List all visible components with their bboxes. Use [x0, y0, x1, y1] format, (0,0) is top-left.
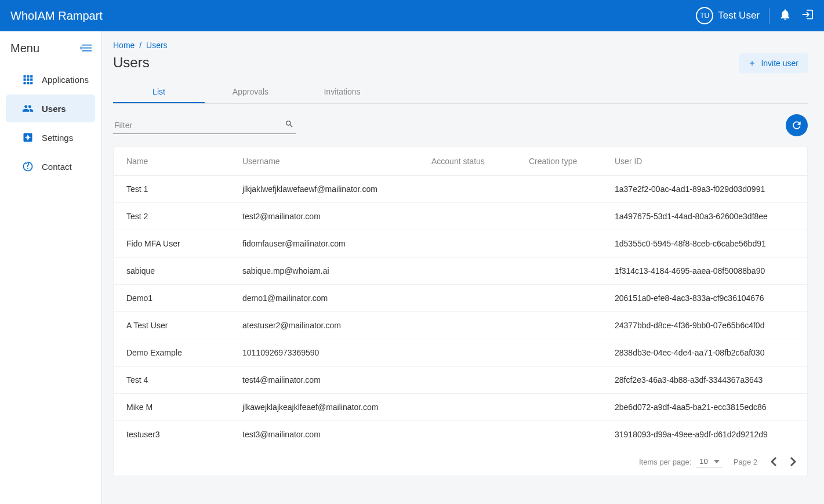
sidebar-item-label: Applications: [42, 75, 89, 85]
svg-rect-17: [30, 137, 31, 138]
tab-list[interactable]: List: [113, 81, 205, 103]
table-row[interactable]: sabiquesabique.mp@whoiam.ai1f314c13-4184…: [114, 258, 807, 285]
cell-username: test3@mailinator.com: [230, 421, 419, 448]
cell-user-id: 24377bbd-d8ce-4f36-9bb0-07e65b6c4f0d: [602, 312, 807, 339]
table-row[interactable]: A Test Useratestuser2@mailinator.com2437…: [114, 312, 807, 339]
cell-username: jlkjaklwefjklawefaewf@mailinator.com: [230, 176, 419, 203]
cell-user-id: 2be6d072-a9df-4aa5-ba21-ecc3815edc86: [602, 394, 807, 421]
tab-invitations[interactable]: Invitations: [296, 81, 388, 103]
breadcrumb-home[interactable]: Home: [113, 41, 135, 50]
page-prev-button[interactable]: [769, 457, 778, 466]
chevron-right-icon: [790, 457, 796, 466]
svg-rect-3: [24, 75, 26, 78]
breadcrumb-current[interactable]: Users: [146, 41, 168, 50]
svg-rect-0: [82, 45, 92, 46]
page-title: Users: [113, 55, 150, 71]
tabs: List Approvals Invitations: [113, 81, 808, 104]
cell-account-status: [419, 367, 516, 394]
cell-account-status: [419, 339, 516, 367]
svg-rect-16: [25, 137, 26, 138]
cell-user-id: 2838db3e-04ec-4de4-aa71-08fb2c6af030: [602, 339, 807, 367]
cell-account-status: [419, 421, 516, 448]
col-user-id[interactable]: User ID: [602, 147, 807, 176]
svg-rect-10: [27, 82, 29, 84]
cell-user-id: 1a37e2f2-00ac-4ad1-89a3-f029d03d0991: [602, 176, 807, 203]
items-per-page-label: Items per page:: [639, 458, 691, 466]
avatar: TU: [696, 7, 713, 24]
sidebar-item-label: Users: [42, 104, 66, 114]
col-creation-type[interactable]: Creation type: [516, 147, 602, 176]
users-icon: [22, 103, 34, 114]
table-row[interactable]: Fido MFA Userfidomfauser@mailinator.com1…: [114, 230, 807, 258]
sidebar-item-applications[interactable]: Applications: [6, 66, 95, 93]
col-username[interactable]: Username: [230, 147, 419, 176]
cell-username: test2@mailinator.com: [230, 203, 419, 230]
settings-icon: [22, 132, 34, 143]
invite-user-label: Invite user: [761, 59, 798, 68]
app-header: WhoIAM Rampart TU Test User: [0, 0, 824, 31]
invite-user-button[interactable]: Invite user: [739, 53, 808, 73]
cell-creation-type: [516, 258, 602, 285]
users-table: Name Username Account status Creation ty…: [113, 147, 808, 476]
table-row[interactable]: Test 4test4@mailinator.com28fcf2e3-46a3-…: [114, 367, 807, 394]
cell-user-id: 28fcf2e3-46a3-4b88-a3df-3344367a3643: [602, 367, 807, 394]
app-title: WhoIAM Rampart: [10, 9, 103, 23]
cell-account-status: [419, 203, 516, 230]
svg-rect-11: [30, 82, 32, 84]
cell-user-id: 31918093-d99a-49ee-a9df-d61d2d9212d9: [602, 421, 807, 448]
table-row[interactable]: Test 1jlkjaklwefjklawefaewf@mailinator.c…: [114, 176, 807, 203]
sidebar-item-contact[interactable]: Contact: [6, 153, 95, 180]
main-content: Home / Users Users Invite user List Appr…: [101, 31, 824, 504]
cell-username: jlkawejklajkeajklfeaef@mailinator.com: [230, 394, 419, 421]
cell-creation-type: [516, 285, 602, 312]
table-row[interactable]: Demo1demo1@mailinator.com206151a0-efe8-4…: [114, 285, 807, 312]
cell-creation-type: [516, 421, 602, 448]
cell-username: atestuser2@mailinator.com: [230, 312, 419, 339]
user-menu[interactable]: TU Test User: [696, 7, 760, 24]
filter-input-wrap: [113, 117, 296, 134]
col-account-status[interactable]: Account status: [419, 147, 516, 176]
breadcrumb-separator: /: [139, 41, 141, 50]
cell-name: Fido MFA User: [114, 230, 230, 258]
sidebar-item-users[interactable]: Users: [6, 95, 95, 122]
cell-name: Test 1: [114, 176, 230, 203]
table-row[interactable]: Test 2test2@mailinator.com1a497675-53d1-…: [114, 203, 807, 230]
page-size-select[interactable]: 10: [696, 456, 721, 467]
cell-name: testuser3: [114, 421, 230, 448]
cell-user-id: 1a497675-53d1-44ad-80a3-62600e3df8ee: [602, 203, 807, 230]
cell-name: A Test User: [114, 312, 230, 339]
cell-username: sabique.mp@whoiam.ai: [230, 258, 419, 285]
cell-name: Demo1: [114, 285, 230, 312]
cell-creation-type: [516, 203, 602, 230]
table-row[interactable]: testuser3test3@mailinator.com31918093-d9…: [114, 421, 807, 448]
refresh-button[interactable]: [786, 114, 808, 136]
sidebar-collapse-icon[interactable]: [80, 44, 92, 53]
table-row[interactable]: Demo Example101109269733695902838db3e-04…: [114, 339, 807, 367]
cell-name: Mike M: [114, 394, 230, 421]
logout-icon[interactable]: [801, 8, 814, 23]
page-size-value: 10: [699, 457, 707, 466]
svg-rect-7: [27, 78, 29, 81]
cell-account-status: [419, 230, 516, 258]
cell-user-id: 1f314c13-4184-4695-aaea-08f50088ba90: [602, 258, 807, 285]
search-icon[interactable]: [285, 119, 294, 129]
table-row[interactable]: Mike Mjlkawejklajkeajklfeaef@mailinator.…: [114, 394, 807, 421]
filter-input[interactable]: [113, 117, 296, 133]
user-name-label: Test User: [718, 10, 760, 21]
cell-name: Demo Example: [114, 339, 230, 367]
sidebar-item-settings[interactable]: Settings: [6, 124, 95, 151]
tab-approvals[interactable]: Approvals: [205, 81, 296, 103]
page-next-button[interactable]: [789, 457, 798, 466]
sidebar-item-label: Settings: [42, 133, 73, 143]
cell-account-status: [419, 258, 516, 285]
cell-username: 10110926973369590: [230, 339, 419, 367]
col-name[interactable]: Name: [114, 147, 230, 176]
cell-creation-type: [516, 394, 602, 421]
chevron-down-icon: [714, 460, 720, 463]
svg-rect-4: [27, 75, 29, 78]
svg-point-13: [26, 136, 29, 139]
notifications-icon[interactable]: [779, 8, 792, 23]
header-divider: [769, 8, 769, 24]
cell-name: Test 4: [114, 367, 230, 394]
cell-username: test4@mailinator.com: [230, 367, 419, 394]
